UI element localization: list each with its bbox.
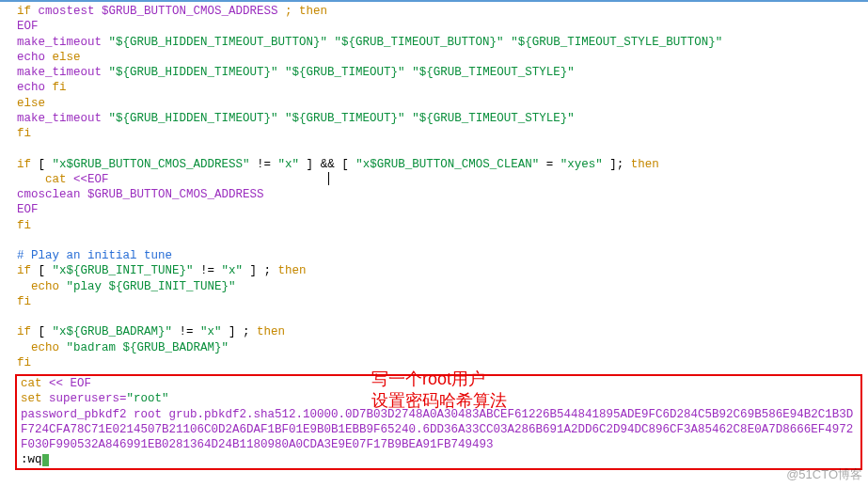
keyword-else: else xyxy=(17,97,45,110)
string-badram: "x${GRUB_BADRAM}" xyxy=(53,325,173,338)
keyword-fi: fi xyxy=(53,81,67,94)
string-timeout: "${GRUB_TIMEOUT}" xyxy=(285,112,405,125)
cmd-cat: cat xyxy=(21,377,49,390)
bracket: [ xyxy=(335,158,356,171)
string-play-tune: "play ${GRUB_INIT_TUNE}" xyxy=(67,280,236,293)
text-cursor-icon xyxy=(328,172,329,185)
var-grub-button-cmos-address: $GRUB_BUTTON_CMOS_ADDRESS xyxy=(102,5,278,18)
string-timeout-style-button: "${GRUB_TIMEOUT_STYLE_BUTTON}" xyxy=(511,36,722,49)
keyword-fi: fi xyxy=(17,356,31,369)
string-timeout-button: "${GRUB_TIMEOUT_BUTTON}" xyxy=(335,36,504,49)
string-hidden-timeout-button: "${GRUB_HIDDEN_TIMEOUT_BUTTON}" xyxy=(109,36,328,49)
annotation-line-1: 写一个root用户 xyxy=(371,369,507,390)
string-x: "x" xyxy=(200,325,222,338)
heredoc-start: <<EOF xyxy=(73,173,109,186)
bracket: [ xyxy=(31,325,53,338)
keyword-then: then xyxy=(631,158,659,171)
op-eq: = xyxy=(539,158,560,171)
string-init-tune: "x${GRUB_INIT_TUNE}" xyxy=(53,264,194,277)
keyword-fi: fi xyxy=(17,295,31,308)
keyword-if: if xyxy=(17,158,31,171)
keyword-fi: fi xyxy=(17,127,31,140)
cmd-make-timeout: make_timeout xyxy=(17,36,109,49)
keyword-if: if xyxy=(17,264,31,277)
keyword-if: if xyxy=(17,325,31,338)
string-x: "x" xyxy=(278,158,300,171)
keyword-fi: fi xyxy=(17,219,31,232)
string-badram-val: "badram ${GRUB_BADRAM}" xyxy=(67,341,229,354)
string-cmos-address: "x$GRUB_BUTTON_CMOS_ADDRESS" xyxy=(53,158,250,171)
string-cmos-clean: "x$GRUB_BUTTON_CMOS_CLEAN" xyxy=(355,158,539,171)
bracket: [ xyxy=(31,264,53,277)
op-ne: != xyxy=(172,325,200,338)
string-hidden-timeout: "${GRUB_HIDDEN_TIMEOUT}" xyxy=(109,66,278,79)
bracket: ] ; xyxy=(222,325,258,338)
cursor-icon xyxy=(42,454,49,466)
var-grub-button-cmos-address: $GRUB_BUTTON_CMOS_ADDRESS xyxy=(87,188,264,201)
bracket: ] xyxy=(299,158,321,171)
string-root: "root" xyxy=(127,392,169,405)
keyword-then: then xyxy=(257,325,285,338)
cmd-cat: cat xyxy=(17,173,73,186)
keyword-if: if xyxy=(17,5,31,18)
password-pbkdf2-line: password_pbkdf2 root grub.pbkdf2.sha512.… xyxy=(21,408,853,452)
keyword-else: else xyxy=(53,51,81,64)
code-editor[interactable]: if cmostest $GRUB_BUTTON_CMOS_ADDRESS ; … xyxy=(0,2,868,372)
string-timeout-style: "${GRUB_TIMEOUT_STYLE}" xyxy=(412,66,575,79)
heredoc-eof: EOF xyxy=(17,203,39,216)
var-superusers: superusers= xyxy=(49,392,127,405)
cmd-echo: echo xyxy=(17,51,53,64)
cmd-echo: echo xyxy=(17,81,53,94)
cmd-make-timeout: make_timeout xyxy=(17,66,109,79)
annotation-text: 写一个root用户 设置密码哈希算法 xyxy=(371,369,507,413)
watermark-text: @51CTO博客 xyxy=(786,467,862,483)
annotation-line-2: 设置密码哈希算法 xyxy=(371,390,507,412)
cmd-cmostest: cmostest xyxy=(39,5,95,18)
vim-command-wq[interactable]: :wq xyxy=(21,453,42,466)
string-xyes: "xyes" xyxy=(560,158,603,171)
string-timeout: "${GRUB_TIMEOUT}" xyxy=(285,66,405,79)
heredoc-eof: EOF xyxy=(17,20,39,33)
bracket: [ xyxy=(31,158,53,171)
string-x: "x" xyxy=(222,264,244,277)
bracket: ]; xyxy=(603,158,631,171)
string-hidden-timeout: "${GRUB_HIDDEN_TIMEOUT}" xyxy=(109,112,278,125)
cmd-echo: echo xyxy=(17,280,67,293)
op-ne: != xyxy=(250,158,278,171)
string-timeout-style: "${GRUB_TIMEOUT_STYLE}" xyxy=(412,112,575,125)
op-and: && xyxy=(321,158,335,171)
comment-play-tune: # Play an initial tune xyxy=(17,249,172,262)
bracket: ] ; xyxy=(243,264,278,277)
keyword-then: then xyxy=(278,264,307,277)
cmd-make-timeout: make_timeout xyxy=(17,112,109,125)
op-ne: != xyxy=(194,264,222,277)
cmd-set: set xyxy=(21,392,49,405)
heredoc-start: << EOF xyxy=(49,377,91,390)
keyword-then: ; then xyxy=(278,5,328,18)
cmd-cmosclean: cmosclean xyxy=(17,188,87,201)
cmd-echo: echo xyxy=(17,341,67,354)
